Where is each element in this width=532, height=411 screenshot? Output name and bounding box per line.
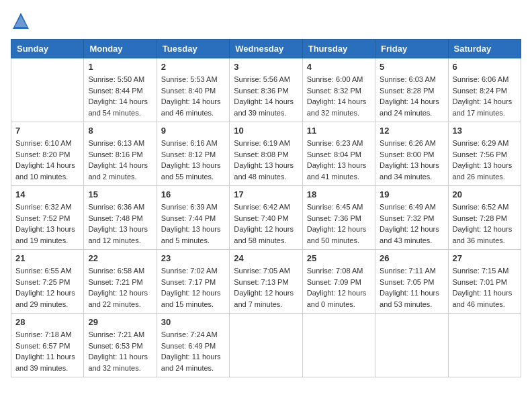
weekday-header: Sunday [11, 40, 84, 58]
calendar-cell: 16Sunrise: 6:39 AM Sunset: 7:44 PM Dayli… [157, 186, 229, 250]
calendar-week-row: 7Sunrise: 6:10 AM Sunset: 8:20 PM Daylig… [11, 122, 521, 186]
calendar-cell: 27Sunrise: 7:15 AM Sunset: 7:01 PM Dayli… [448, 250, 521, 314]
calendar-cell [11, 58, 84, 122]
day-number: 15 [88, 189, 152, 199]
day-number: 17 [234, 189, 298, 199]
day-number: 6 [453, 62, 517, 72]
day-number: 12 [380, 126, 443, 136]
calendar-cell: 3Sunrise: 5:56 AM Sunset: 8:36 PM Daylig… [230, 58, 302, 122]
day-info: Sunrise: 7:11 AM Sunset: 7:05 PM Dayligh… [380, 265, 443, 310]
calendar-cell: 9Sunrise: 6:16 AM Sunset: 8:12 PM Daylig… [157, 122, 229, 186]
day-info: Sunrise: 6:58 AM Sunset: 7:21 PM Dayligh… [88, 265, 152, 310]
calendar-cell: 29Sunrise: 7:21 AM Sunset: 6:53 PM Dayli… [84, 314, 157, 377]
day-number: 21 [15, 253, 79, 263]
calendar-cell: 19Sunrise: 6:49 AM Sunset: 7:32 PM Dayli… [375, 186, 448, 250]
day-info: Sunrise: 7:24 AM Sunset: 6:49 PM Dayligh… [161, 329, 225, 373]
day-number: 20 [453, 189, 517, 199]
day-number: 18 [307, 189, 371, 199]
calendar-cell: 24Sunrise: 7:05 AM Sunset: 7:13 PM Dayli… [230, 250, 302, 314]
day-number: 13 [453, 126, 517, 136]
weekday-header: Tuesday [157, 40, 229, 58]
day-info: Sunrise: 6:32 AM Sunset: 7:52 PM Dayligh… [15, 201, 79, 246]
day-number: 30 [161, 317, 225, 327]
day-info: Sunrise: 6:10 AM Sunset: 8:20 PM Dayligh… [15, 138, 79, 182]
day-number: 28 [15, 317, 79, 327]
weekday-header: Saturday [448, 40, 521, 58]
day-number: 14 [15, 189, 79, 199]
weekday-header: Friday [375, 40, 448, 58]
day-number: 23 [161, 253, 225, 263]
day-number: 19 [380, 189, 443, 199]
day-number: 29 [88, 317, 152, 327]
calendar-cell: 11Sunrise: 6:23 AM Sunset: 8:04 PM Dayli… [302, 122, 375, 186]
calendar-cell: 15Sunrise: 6:36 AM Sunset: 7:48 PM Dayli… [84, 186, 157, 250]
day-info: Sunrise: 6:00 AM Sunset: 8:32 PM Dayligh… [307, 74, 371, 118]
day-info: Sunrise: 6:39 AM Sunset: 7:44 PM Dayligh… [161, 201, 225, 246]
day-info: Sunrise: 6:45 AM Sunset: 7:36 PM Dayligh… [307, 201, 371, 246]
day-info: Sunrise: 6:16 AM Sunset: 8:12 PM Dayligh… [161, 138, 225, 182]
calendar-cell: 5Sunrise: 6:03 AM Sunset: 8:28 PM Daylig… [375, 58, 448, 122]
day-info: Sunrise: 6:23 AM Sunset: 8:04 PM Dayligh… [307, 138, 371, 182]
calendar-cell: 6Sunrise: 6:06 AM Sunset: 8:24 PM Daylig… [448, 58, 521, 122]
day-info: Sunrise: 6:06 AM Sunset: 8:24 PM Dayligh… [453, 74, 517, 118]
day-number: 26 [380, 253, 443, 263]
day-info: Sunrise: 6:29 AM Sunset: 7:56 PM Dayligh… [453, 138, 517, 182]
day-info: Sunrise: 5:50 AM Sunset: 8:44 PM Dayligh… [88, 74, 152, 118]
calendar-header-row: SundayMondayTuesdayWednesdayThursdayFrid… [11, 40, 521, 58]
day-number: 5 [380, 62, 443, 72]
day-info: Sunrise: 5:53 AM Sunset: 8:40 PM Dayligh… [161, 74, 225, 118]
day-info: Sunrise: 6:13 AM Sunset: 8:16 PM Dayligh… [88, 138, 152, 182]
day-info: Sunrise: 6:42 AM Sunset: 7:40 PM Dayligh… [234, 201, 298, 246]
page-header [11, 11, 521, 31]
day-info: Sunrise: 7:08 AM Sunset: 7:09 PM Dayligh… [307, 265, 371, 310]
day-info: Sunrise: 7:02 AM Sunset: 7:17 PM Dayligh… [161, 265, 225, 310]
day-number: 16 [161, 189, 225, 199]
logo-icon [11, 11, 31, 31]
day-info: Sunrise: 6:03 AM Sunset: 8:28 PM Dayligh… [380, 74, 443, 118]
calendar-cell: 21Sunrise: 6:55 AM Sunset: 7:25 PM Dayli… [11, 250, 84, 314]
calendar-cell [230, 314, 302, 377]
calendar-cell: 4Sunrise: 6:00 AM Sunset: 8:32 PM Daylig… [302, 58, 375, 122]
day-number: 24 [234, 253, 298, 263]
calendar-cell: 25Sunrise: 7:08 AM Sunset: 7:09 PM Dayli… [302, 250, 375, 314]
day-number: 25 [307, 253, 371, 263]
calendar-cell [375, 314, 448, 377]
calendar-cell: 12Sunrise: 6:26 AM Sunset: 8:00 PM Dayli… [375, 122, 448, 186]
calendar-week-row: 21Sunrise: 6:55 AM Sunset: 7:25 PM Dayli… [11, 250, 521, 314]
logo [11, 11, 34, 31]
day-number: 2 [161, 62, 225, 72]
day-info: Sunrise: 5:56 AM Sunset: 8:36 PM Dayligh… [234, 74, 298, 118]
calendar-cell: 20Sunrise: 6:52 AM Sunset: 7:28 PM Dayli… [448, 186, 521, 250]
calendar-week-row: 1Sunrise: 5:50 AM Sunset: 8:44 PM Daylig… [11, 58, 521, 122]
day-number: 1 [88, 62, 152, 72]
calendar-cell: 8Sunrise: 6:13 AM Sunset: 8:16 PM Daylig… [84, 122, 157, 186]
calendar-cell: 28Sunrise: 7:18 AM Sunset: 6:57 PM Dayli… [11, 314, 84, 377]
calendar-cell: 13Sunrise: 6:29 AM Sunset: 7:56 PM Dayli… [448, 122, 521, 186]
day-number: 9 [161, 126, 225, 136]
day-info: Sunrise: 6:49 AM Sunset: 7:32 PM Dayligh… [380, 201, 443, 246]
weekday-header: Wednesday [230, 40, 302, 58]
day-info: Sunrise: 6:52 AM Sunset: 7:28 PM Dayligh… [453, 201, 517, 246]
day-info: Sunrise: 6:55 AM Sunset: 7:25 PM Dayligh… [15, 265, 79, 310]
day-info: Sunrise: 7:21 AM Sunset: 6:53 PM Dayligh… [88, 329, 152, 373]
calendar-cell [448, 314, 521, 377]
calendar-cell: 30Sunrise: 7:24 AM Sunset: 6:49 PM Dayli… [157, 314, 229, 377]
weekday-header: Monday [84, 40, 157, 58]
day-number: 3 [234, 62, 298, 72]
calendar-table: SundayMondayTuesdayWednesdayThursdayFrid… [11, 39, 521, 377]
day-info: Sunrise: 7:18 AM Sunset: 6:57 PM Dayligh… [15, 329, 79, 373]
weekday-header: Thursday [302, 40, 375, 58]
day-number: 10 [234, 126, 298, 136]
day-number: 4 [307, 62, 371, 72]
calendar-cell: 26Sunrise: 7:11 AM Sunset: 7:05 PM Dayli… [375, 250, 448, 314]
calendar-cell: 2Sunrise: 5:53 AM Sunset: 8:40 PM Daylig… [157, 58, 229, 122]
day-number: 7 [15, 126, 79, 136]
day-number: 11 [307, 126, 371, 136]
calendar-cell: 17Sunrise: 6:42 AM Sunset: 7:40 PM Dayli… [230, 186, 302, 250]
calendar-cell: 18Sunrise: 6:45 AM Sunset: 7:36 PM Dayli… [302, 186, 375, 250]
day-number: 8 [88, 126, 152, 136]
day-info: Sunrise: 6:36 AM Sunset: 7:48 PM Dayligh… [88, 201, 152, 246]
day-number: 22 [88, 253, 152, 263]
calendar-week-row: 28Sunrise: 7:18 AM Sunset: 6:57 PM Dayli… [11, 314, 521, 377]
day-number: 27 [453, 253, 517, 263]
